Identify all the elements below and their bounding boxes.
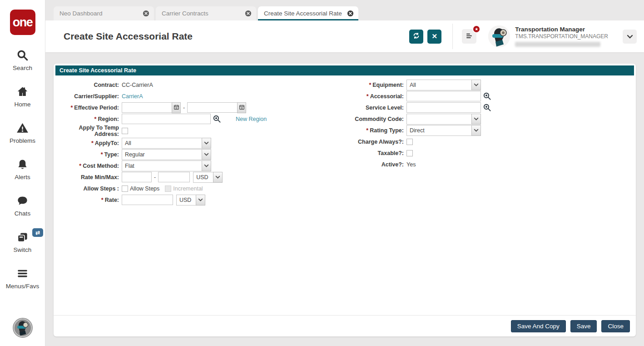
panel-title: Create Site Accessorial Rate (55, 65, 634, 75)
region-label: *Region: (54, 116, 122, 122)
tab-create-site-accessorial-rate[interactable]: Create Site Accessorial Rate (258, 6, 358, 20)
chevron-down-icon[interactable] (202, 160, 211, 171)
sidebar-item-label: Chats (15, 210, 30, 217)
switch-swap-badge[interactable]: ⇄ (32, 228, 43, 237)
service-level-label: Service Level: (334, 105, 406, 111)
field-effective-period: *Effective Period: - (54, 102, 334, 113)
cost-method-select[interactable]: Flat (122, 160, 211, 171)
commodity-code-select[interactable] (406, 114, 481, 125)
effective-period-start-input[interactable] (122, 102, 172, 113)
save-button[interactable]: Save (570, 320, 597, 332)
close-page-button[interactable]: ✕ (427, 30, 441, 44)
sidebar-item-label: Alerts (15, 174, 30, 181)
rating-type-select[interactable]: Direct (406, 125, 481, 136)
chevron-down-icon[interactable] (202, 149, 211, 160)
zoom-search-icon[interactable] (213, 115, 221, 123)
required-marker: * (91, 140, 94, 146)
required-marker: * (367, 93, 369, 100)
sidebar-bot-avatar[interactable] (13, 318, 33, 338)
chevron-down-icon[interactable] (202, 138, 211, 149)
user-menu-button[interactable] (623, 30, 637, 44)
one-logo[interactable]: one (10, 10, 35, 35)
tab-close-icon[interactable] (347, 10, 354, 17)
chevron-down-icon[interactable] (471, 114, 481, 125)
charge-always-checkbox[interactable] (406, 139, 413, 145)
chevron-down-icon[interactable] (471, 125, 481, 136)
equipment-select[interactable]: All (406, 80, 481, 90)
effective-period-end-input[interactable] (187, 102, 238, 113)
tab-close-icon[interactable] (245, 10, 252, 17)
create-rate-form: Contract: CC-CarrierA Carrier/Supplier: … (54, 75, 636, 315)
field-accessorial: *Accessorial: (334, 90, 636, 102)
select-value: USD (176, 195, 196, 206)
apply-to-select[interactable]: All (122, 138, 211, 149)
bell-icon (16, 158, 29, 172)
range-separator: - (183, 105, 185, 111)
zoom-search-icon[interactable] (483, 103, 491, 112)
accessorial-label: *Accessorial: (334, 93, 406, 100)
chat-bubble-icon (16, 195, 29, 209)
calendar-button[interactable] (237, 102, 246, 113)
incremental-checkbox[interactable] (165, 186, 171, 192)
carrier-supplier-link[interactable]: CarrierA (122, 93, 143, 100)
star-badge-icon: ★ (472, 25, 481, 33)
home-icon (16, 85, 29, 100)
taxable-checkbox[interactable] (406, 150, 413, 156)
rate-min-max-currency-select[interactable]: USD (193, 172, 223, 183)
accessorial-input[interactable] (406, 91, 481, 101)
allow-steps-checkbox[interactable] (122, 186, 128, 192)
rate-min-input[interactable] (122, 172, 152, 182)
left-sidebar: one Search Home Problems Alerts Chats (0, 0, 45, 346)
field-equipment: *Equipment: All (334, 79, 636, 90)
service-level-input[interactable] (406, 102, 481, 113)
field-service-level: Service Level: (334, 102, 636, 113)
refresh-button[interactable] (409, 30, 423, 44)
allow-steps-label: Allow Steps : (54, 186, 122, 192)
region-input[interactable] (122, 114, 211, 124)
calendar-icon (173, 104, 179, 112)
tab-close-icon[interactable] (143, 10, 149, 17)
favorites-menu-button[interactable]: ★ (462, 29, 476, 44)
sidebar-item-alerts[interactable]: Alerts (15, 158, 30, 181)
type-select[interactable]: Regular (122, 149, 211, 160)
required-marker: * (101, 151, 103, 158)
equipment-label: *Equipment: (334, 82, 406, 88)
sidebar-item-label: Search (13, 65, 32, 71)
close-button[interactable]: Close (601, 320, 630, 332)
user-name: Transportation Manager (515, 26, 608, 34)
effective-period-label: *Effective Period: (54, 105, 122, 111)
rate-max-input[interactable] (158, 172, 190, 182)
tab-carrier-contracts[interactable]: Carrier Contracts (156, 6, 256, 20)
sidebar-item-problems[interactable]: Problems (10, 122, 35, 144)
tab-label: Create Site Accessorial Rate (264, 10, 342, 17)
field-apply-to: *ApplyTo: All (54, 137, 334, 149)
form-left-column: Contract: CC-CarrierA Carrier/Supplier: … (54, 79, 334, 206)
select-value: Regular (122, 149, 202, 160)
rate-min-max-label: Rate Min/Max: (54, 174, 122, 181)
sidebar-item-home[interactable]: Home (14, 85, 30, 108)
sidebar-item-menus-favs[interactable]: Menus/Favs (6, 267, 40, 290)
new-region-link[interactable]: New Region (236, 116, 267, 122)
chevron-down-icon[interactable] (196, 195, 205, 206)
save-and-copy-button[interactable]: Save And Copy (511, 320, 566, 332)
user-role: TMS.TRANSPORTATION_MANAGER (515, 33, 608, 40)
zoom-search-icon[interactable] (483, 92, 491, 100)
cost-method-label: *Cost Method: (54, 163, 122, 169)
user-detail-redacted (515, 42, 600, 47)
sidebar-item-search[interactable]: Search (13, 49, 32, 71)
rate-input[interactable] (122, 195, 173, 205)
sidebar-item-chats[interactable]: Chats (15, 195, 30, 217)
calendar-button[interactable] (172, 102, 181, 113)
required-marker: * (94, 116, 97, 122)
rate-currency-select[interactable]: USD (176, 195, 205, 206)
tab-neo-dashboard[interactable]: Neo Dashboard (54, 6, 154, 20)
swap-icon: ⇄ (35, 230, 40, 236)
list-icon (465, 33, 473, 40)
sidebar-item-switch[interactable]: ⇄ Switch (14, 231, 32, 253)
user-avatar[interactable] (488, 25, 510, 47)
apply-temp-address-checkbox[interactable] (122, 128, 128, 134)
tab-label: Carrier Contracts (162, 10, 208, 17)
chevron-down-icon[interactable] (471, 80, 481, 90)
chevron-down-icon[interactable] (213, 172, 223, 183)
close-icon: ✕ (432, 32, 438, 40)
